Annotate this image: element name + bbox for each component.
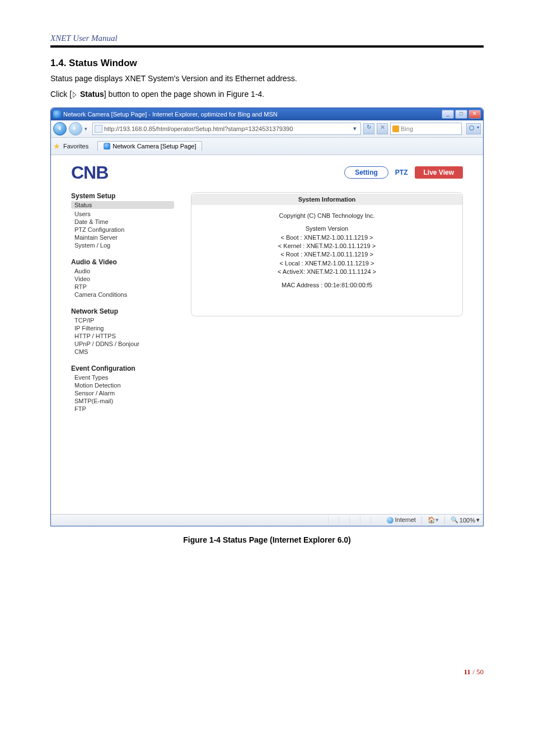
triangle-icon: ▷ (73, 88, 77, 100)
refresh-button[interactable]: ↻ (363, 123, 374, 134)
search-box[interactable]: Bing (390, 123, 462, 135)
protected-mode-icon[interactable]: 🏠▾ (428, 516, 439, 524)
sidebar-item-status[interactable]: Status (71, 201, 174, 209)
figure-caption: Figure 1-4 Status Page (Internet Explore… (50, 535, 484, 544)
sidebar-item-audio[interactable]: Audio (71, 267, 174, 275)
address-url: http://193.168.0.85/html/operator/Setup.… (104, 125, 351, 132)
window-titlebar: Network Camera [Setup Page] - Internet E… (51, 108, 483, 120)
sidebar-item-date-time[interactable]: Date & Time (71, 218, 174, 226)
version-kernel: < Kernel : XNET.M2-1.00.11.1219 > (191, 242, 462, 250)
browser-statusbar: Internet 🏠▾ 🔍 100% ▾ (51, 514, 483, 526)
back-button[interactable] (53, 122, 67, 136)
security-zone: Internet (387, 516, 416, 524)
sidebar-item-tcpip[interactable]: TCP/IP (71, 316, 174, 324)
version-boot: < Boot : XNET.M2-1.00.11.1219 > (191, 234, 462, 242)
version-label: System Version (191, 225, 462, 233)
favorites-toolbar: Favorites Network Camera [Setup Page] (51, 138, 483, 155)
maximize-button[interactable]: □ (455, 110, 467, 119)
sidebar-item-event-types[interactable]: Event Types (71, 374, 174, 381)
browser-tab[interactable]: Network Camera [Setup Page] (97, 141, 202, 151)
ie-window: Network Camera [Setup Page] - Internet E… (50, 108, 484, 526)
zoom-control[interactable]: 🔍 100% ▾ (451, 516, 480, 524)
sidebar: System Setup Status Users Date & Time PT… (71, 192, 174, 422)
sidebar-item-motion-detection[interactable]: Motion Detection (71, 381, 174, 389)
sidebar-item-camera-conditions[interactable]: Camera Conditions (71, 291, 174, 298)
window-title: Network Camera [Setup Page] - Internet E… (63, 111, 442, 118)
search-placeholder: Bing (401, 125, 460, 132)
address-bar[interactable]: http://193.168.0.85/html/operator/Setup.… (92, 123, 361, 135)
zoom-value: 100% (460, 517, 475, 524)
sidebar-item-smtp[interactable]: SMTP(E-mail) (71, 397, 174, 405)
nav-history-dropdown[interactable]: ▾ (85, 126, 90, 132)
sidebar-item-system-log[interactable]: System / Log (71, 241, 174, 249)
page-content: CNB Setting PTZ Live View System Setup S… (51, 155, 483, 514)
close-button[interactable]: ✕ (469, 110, 481, 119)
intro-paragraph: Status page displays XNET System's Versi… (50, 72, 484, 85)
version-root: < Root : XNET.M2-1.00.11.1219 > (191, 250, 462, 259)
sidebar-item-upnp-ddns-bonjour[interactable]: UPnP / DDNS / Bonjour (71, 340, 174, 348)
version-local: < Local : XNET.M2-1.00.11.1219 > (191, 259, 462, 268)
forward-button[interactable] (69, 122, 82, 136)
sidebar-item-http-https[interactable]: HTTP / HTTPS (71, 332, 174, 340)
minimize-button[interactable]: _ (442, 110, 454, 119)
ie-icon (53, 110, 61, 118)
click-instruction: Click [▷ Status] button to open the page… (50, 88, 484, 100)
version-activex: < ActiveX: XNET.M2-1.00.11.1124 > (191, 268, 462, 276)
tab-label: Network Camera [Setup Page] (113, 143, 196, 150)
sidebar-head-system-setup: System Setup (71, 192, 174, 200)
mac-address: MAC Address : 00:1e:81:00:00:f5 (191, 281, 462, 290)
sidebar-item-ip-filtering[interactable]: IP Filtering (71, 324, 174, 332)
sidebar-item-ftp[interactable]: FTP (71, 405, 174, 413)
sidebar-head-audio-video: Audio & Video (71, 258, 174, 266)
system-info-header: System Information (191, 194, 462, 205)
zoom-icon: 🔍 (451, 516, 458, 524)
tab-favicon (104, 143, 110, 150)
section-heading: 1.4. Status Window (50, 58, 484, 69)
favorites-star-icon[interactable] (53, 142, 61, 150)
globe-icon (387, 517, 394, 524)
live-view-button[interactable]: Live View (415, 166, 463, 179)
sidebar-item-users[interactable]: Users (71, 210, 174, 218)
sidebar-head-event-configuration: Event Configuration (71, 365, 174, 372)
sidebar-item-ptz-config[interactable]: PTZ Configuration (71, 226, 174, 234)
zoom-dropdown-icon: ▾ (476, 516, 480, 524)
copyright-text: Copyright (C) CNB Technology Inc. (191, 212, 462, 220)
page-icon (95, 125, 102, 133)
sidebar-item-sensor-alarm[interactable]: Sensor / Alarm (71, 389, 174, 397)
sidebar-item-rtp[interactable]: RTP (71, 283, 174, 291)
page-current: 11 (464, 668, 471, 676)
sidebar-item-video[interactable]: Video (71, 275, 174, 283)
bing-icon (392, 125, 399, 132)
doc-header: XNET User Manual (50, 34, 484, 48)
system-info-panel: System Information Copyright (C) CNB Tec… (191, 192, 463, 316)
page-footer: 11 / 50 (50, 668, 484, 676)
favorites-label[interactable]: Favorites (63, 143, 88, 150)
cnb-logo: CNB (71, 162, 108, 183)
stop-button[interactable]: ✕ (377, 123, 388, 134)
page-total: 50 (476, 668, 484, 676)
ptz-button[interactable]: PTZ (395, 169, 408, 176)
search-button[interactable] (466, 123, 481, 134)
sidebar-item-maintain-server[interactable]: Maintain Server (71, 234, 174, 241)
address-dropdown-icon[interactable]: ▾ (351, 125, 359, 132)
address-toolbar: ▾ http://193.168.0.85/html/operator/Setu… (51, 120, 483, 138)
sidebar-item-cms[interactable]: CMS (71, 348, 174, 356)
setting-button[interactable]: Setting (344, 166, 388, 179)
sidebar-head-network-setup: Network Setup (71, 307, 174, 315)
